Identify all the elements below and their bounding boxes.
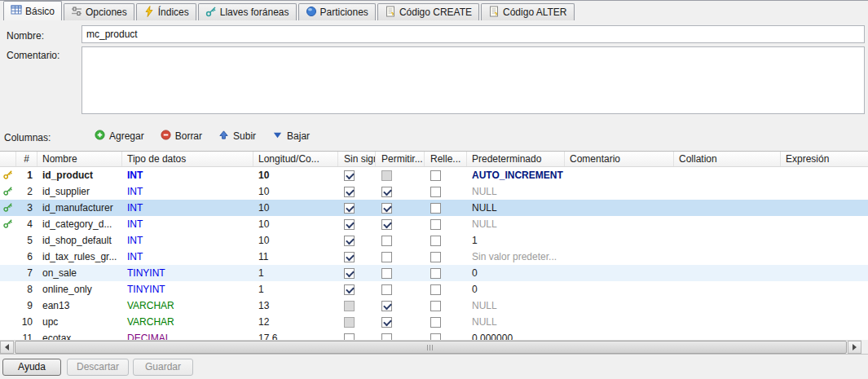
unsigned-checkbox[interactable] (344, 268, 355, 279)
zerofill-checkbox[interactable] (430, 252, 441, 262)
allow-null-checkbox[interactable] (381, 203, 392, 214)
table-row[interactable]: 7 on_sale TINYINT 1 0 (0, 265, 868, 281)
header-zerofill[interactable]: Relle... (425, 152, 467, 166)
move-up-button[interactable]: Subir (218, 130, 256, 143)
unsigned-checkbox[interactable] (344, 203, 355, 214)
default-cell[interactable]: 0 (467, 267, 565, 279)
table-row[interactable]: 1 id_product INT 10 AUTO_INCREMENT (0, 167, 868, 183)
datatype-cell[interactable]: VARCHAR (122, 316, 253, 328)
zerofill-checkbox[interactable] (430, 187, 441, 197)
allow-null-checkbox[interactable] (381, 301, 392, 311)
unsigned-checkbox[interactable] (344, 284, 355, 295)
datatype-cell[interactable]: INT (122, 186, 253, 197)
table-row[interactable]: 3 id_manufacturer INT 10 NULL (0, 200, 868, 216)
length-cell[interactable]: 11 (253, 251, 338, 262)
move-down-button[interactable]: Bajar (272, 130, 310, 143)
save-button[interactable]: Guardar (133, 359, 193, 376)
column-name-cell[interactable]: id_tax_rules_gr... (37, 251, 122, 262)
horizontal-scrollbar[interactable] (0, 340, 861, 354)
column-name-cell[interactable]: ean13 (37, 300, 122, 311)
length-cell[interactable]: 10 (253, 218, 338, 230)
zerofill-checkbox[interactable] (430, 301, 441, 311)
length-cell[interactable]: 10 (253, 170, 338, 181)
scroll-track[interactable] (14, 341, 848, 354)
length-cell[interactable]: 10 (253, 235, 338, 246)
length-cell[interactable]: 10 (253, 202, 338, 214)
scroll-right-button[interactable] (848, 341, 861, 354)
default-cell[interactable]: NULL (467, 186, 565, 197)
help-button[interactable]: Ayuda (2, 359, 61, 376)
default-cell[interactable]: NULL (467, 218, 565, 230)
allow-null-checkbox[interactable] (381, 187, 392, 197)
tab-basico[interactable]: Básico (3, 1, 62, 20)
scroll-left-button[interactable] (0, 341, 14, 354)
add-column-button[interactable]: Agregar (95, 130, 144, 143)
datatype-cell[interactable]: INT (122, 170, 253, 181)
datatype-cell[interactable]: INT (122, 218, 253, 230)
discard-button[interactable]: Descartar (67, 359, 129, 376)
unsigned-checkbox[interactable] (344, 252, 355, 262)
datatype-cell[interactable]: TINYINT (122, 267, 253, 279)
header-collation[interactable]: Collation (674, 152, 781, 166)
datatype-cell[interactable]: INT (122, 235, 253, 246)
unsigned-checkbox[interactable] (344, 170, 355, 181)
table-row[interactable]: 4 id_category_d... INT 10 NULL (0, 216, 868, 232)
header-number[interactable]: # (16, 152, 37, 166)
default-cell[interactable]: NULL (467, 300, 565, 311)
table-row[interactable]: 5 id_shop_default INT 10 1 (0, 232, 868, 249)
header-expression[interactable]: Expresión (781, 152, 868, 166)
datatype-cell[interactable]: TINYINT (122, 284, 253, 295)
length-cell[interactable]: 13 (253, 300, 338, 311)
table-row[interactable]: 8 online_only TINYINT 1 0 (0, 281, 868, 297)
length-cell[interactable]: 1 (253, 267, 338, 279)
column-name-cell[interactable]: id_manufacturer (37, 202, 122, 214)
default-cell[interactable]: AUTO_INCREMENT (467, 170, 565, 181)
default-cell[interactable]: Sin valor predeter... (467, 251, 565, 262)
length-cell[interactable]: 1 (253, 284, 338, 295)
length-cell[interactable]: 12 (253, 316, 338, 328)
header-name[interactable]: Nombre (37, 152, 122, 166)
header-allow-null[interactable]: Permitir... (376, 152, 425, 166)
datatype-cell[interactable]: VARCHAR (122, 300, 253, 311)
tab-opciones[interactable]: Opciones (64, 3, 134, 20)
table-name-input[interactable] (82, 25, 865, 43)
unsigned-checkbox[interactable] (344, 236, 355, 246)
allow-null-checkbox[interactable] (381, 317, 392, 328)
length-cell[interactable]: 10 (253, 186, 338, 197)
datatype-cell[interactable]: INT (122, 251, 253, 262)
allow-null-checkbox[interactable] (381, 236, 392, 246)
header-default[interactable]: Predeterminado (467, 152, 565, 166)
tab-indices[interactable]: Índices (136, 3, 196, 20)
tab-particiones[interactable]: Particiones (298, 3, 376, 20)
column-name-cell[interactable]: upc (37, 316, 122, 328)
zerofill-checkbox[interactable] (430, 284, 441, 295)
tab-codigo-create[interactable]: Código CREATE (377, 3, 479, 20)
zerofill-checkbox[interactable] (430, 236, 441, 246)
header-length[interactable]: Longitud/Co... (253, 152, 338, 166)
comment-textarea[interactable] (82, 46, 865, 114)
allow-null-checkbox[interactable] (381, 219, 392, 230)
default-cell[interactable]: 1 (467, 235, 565, 246)
unsigned-checkbox[interactable] (344, 301, 355, 311)
allow-null-checkbox[interactable] (381, 170, 392, 181)
zerofill-checkbox[interactable] (430, 317, 441, 328)
default-cell[interactable]: NULL (467, 202, 565, 214)
table-row[interactable]: 2 id_supplier INT 10 NULL (0, 183, 868, 200)
zerofill-checkbox[interactable] (430, 219, 441, 230)
column-name-cell[interactable]: online_only (37, 284, 122, 295)
scroll-thumb[interactable] (15, 341, 847, 354)
column-name-cell[interactable]: id_supplier (37, 186, 122, 197)
datatype-cell[interactable]: INT (122, 202, 253, 214)
default-cell[interactable]: NULL (467, 316, 565, 328)
allow-null-checkbox[interactable] (381, 252, 392, 262)
header-unsigned[interactable]: Sin signo (338, 152, 376, 166)
zerofill-checkbox[interactable] (430, 268, 441, 279)
unsigned-checkbox[interactable] (344, 187, 355, 197)
zerofill-checkbox[interactable] (430, 203, 441, 214)
column-name-cell[interactable]: on_sale (37, 267, 122, 279)
header-datatype[interactable]: Tipo de datos (122, 152, 253, 166)
allow-null-checkbox[interactable] (381, 268, 392, 279)
tab-llaves-foraneas[interactable]: Llaves foráneas (198, 3, 297, 20)
zerofill-checkbox[interactable] (430, 170, 441, 181)
unsigned-checkbox[interactable] (344, 317, 355, 328)
